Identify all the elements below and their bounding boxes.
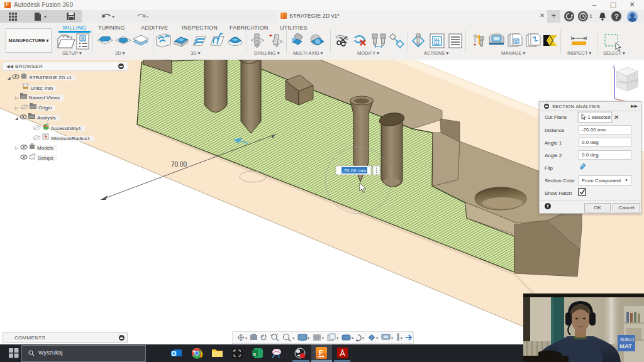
svg-text:▾: ▾ [376, 336, 378, 340]
svg-text:70.00: 70.00 [171, 161, 187, 168]
svg-text:▾: ▾ [391, 336, 393, 340]
svg-text:+: + [269, 33, 272, 39]
svg-text:-70.00 mm: -70.00 mm [342, 168, 367, 173]
svg-text:▾: ▾ [245, 336, 247, 340]
svg-text:▾: ▾ [308, 336, 309, 340]
svg-text:F: F [319, 349, 323, 356]
svg-text:?: ? [614, 13, 619, 20]
svg-text:▾: ▾ [322, 336, 324, 340]
svg-text:▾: ▾ [401, 336, 402, 340]
svg-text:x: x [253, 351, 257, 357]
svg-text:▾: ▾ [352, 336, 353, 340]
svg-text:▾: ▾ [292, 336, 294, 340]
svg-text:G2: G2 [434, 41, 440, 45]
svg-text:▾: ▾ [336, 336, 338, 340]
svg-text:G: G [515, 40, 518, 43]
svg-text:G: G [81, 36, 85, 41]
svg-text:Z: Z [613, 64, 616, 69]
svg-text:▾: ▾ [362, 336, 364, 340]
